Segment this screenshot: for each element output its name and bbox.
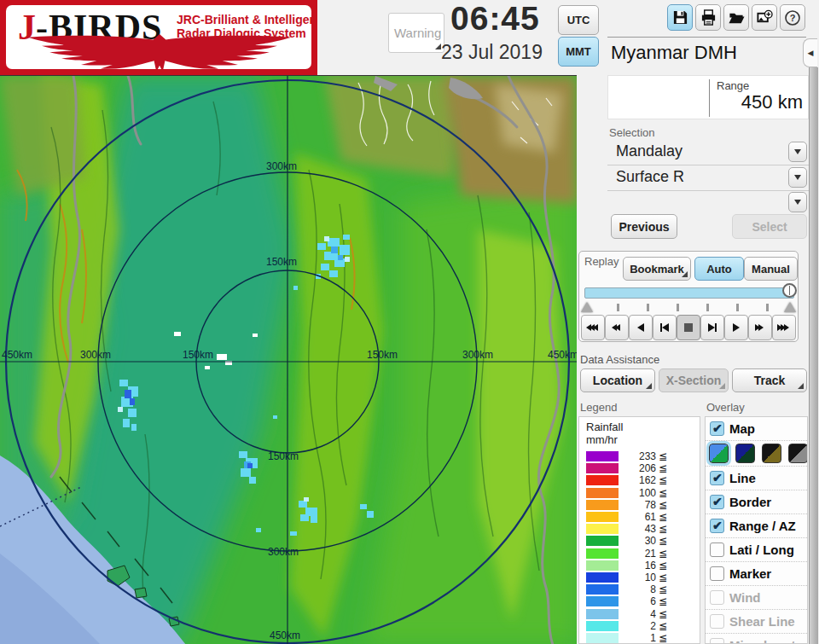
station-title: Myanmar DMH — [611, 42, 737, 64]
open-folder-icon — [728, 9, 745, 26]
map-style-swatch-terrain[interactable] — [709, 444, 729, 463]
replay-label: Replay — [584, 255, 619, 268]
panel-separator — [607, 37, 806, 38]
x-section-button[interactable]: X-Section — [659, 368, 729, 392]
open-folder-button[interactable] — [723, 4, 749, 31]
replay-slider-thumb[interactable] — [782, 283, 797, 298]
track-button[interactable]: Track — [732, 368, 807, 392]
border-checkbox[interactable] — [710, 495, 724, 509]
chevron-down-icon — [794, 200, 801, 205]
fastest-forward-button[interactable] — [772, 315, 796, 340]
level-dropdown-button[interactable] — [788, 192, 807, 212]
ring-label: 150km — [367, 349, 398, 361]
overlay-row-border[interactable]: Border — [706, 490, 807, 514]
play-icon — [733, 323, 740, 332]
auto-button[interactable]: Auto — [694, 257, 744, 281]
overlay-row-map[interactable]: Map — [706, 417, 807, 441]
ring-label: 450km — [270, 629, 300, 641]
overlay-row-shear-line: Shear Line — [706, 610, 807, 634]
map-style-swatch-gray[interactable] — [788, 444, 808, 463]
location-button[interactable]: Location — [580, 368, 655, 392]
microburst-checkbox — [710, 638, 724, 644]
legend-label: Legend — [580, 401, 617, 414]
legend-swatch — [586, 475, 619, 485]
range-box: Range 450 km — [607, 75, 809, 119]
ring-label: 450km — [2, 349, 32, 361]
overlay-row-lati-long[interactable]: Lati / Long — [706, 538, 807, 562]
ring-label: 300km — [80, 349, 111, 361]
bookmark-button[interactable]: Bookmark — [623, 257, 691, 281]
stop-button[interactable] — [677, 315, 700, 340]
legend-row: 30≦ — [579, 535, 700, 547]
legend-swatch — [586, 609, 619, 619]
fast-rewind-button[interactable] — [581, 315, 605, 340]
print-icon — [700, 9, 717, 26]
warning-button[interactable]: Warning — [388, 13, 444, 53]
legend-swatch — [586, 633, 619, 643]
replay-group: Replay Bookmark Auto Manual — [578, 251, 799, 342]
previous-button[interactable]: Previous — [611, 214, 677, 239]
marker-checkbox[interactable] — [710, 566, 724, 581]
product-dropdown-button[interactable] — [788, 167, 807, 188]
app-window: J-BIRDS JRC-Brilliant & Intelligent Rada… — [0, 0, 819, 644]
lati-long-checkbox[interactable] — [710, 542, 724, 557]
ring-label: 150km — [268, 450, 299, 462]
chevron-down-icon — [794, 149, 801, 154]
play-button[interactable] — [724, 315, 748, 340]
manual-button[interactable]: Manual — [744, 257, 798, 281]
replay-start-marker[interactable] — [581, 302, 593, 312]
fast-forward-button[interactable] — [748, 315, 772, 340]
rewind-button[interactable] — [605, 315, 629, 340]
legend-swatch — [586, 621, 619, 631]
selection-label: Selection — [609, 126, 654, 139]
legend-box: Rainfall mm/hr 233≦ 206≦ 162≦ 100≦ 78≦ 6… — [578, 416, 700, 644]
site-dropdown-button[interactable] — [788, 142, 807, 162]
map-style-row — [706, 441, 807, 467]
radar-map[interactable]: 450km 300km 150km 150km 300km 450km 300k… — [0, 75, 577, 644]
product-dropdown[interactable]: Surface R — [607, 165, 809, 191]
reverse-play-icon — [637, 323, 644, 332]
jbirds-logo: J-BIRDS JRC-Brilliant & Intelligent Rada… — [6, 5, 311, 69]
step-forward-button[interactable] — [700, 315, 724, 340]
ring-label: 450km — [548, 349, 577, 361]
overlay-row-line[interactable]: Line — [706, 467, 807, 490]
replay-tick — [677, 304, 679, 311]
panel-scrollbar[interactable] — [809, 67, 818, 644]
mmt-button[interactable]: MMT — [558, 37, 599, 67]
help-icon: ? — [784, 9, 801, 26]
range-divider — [709, 79, 710, 117]
replay-end-marker[interactable] — [784, 302, 796, 312]
legend-row: 8≦ — [579, 583, 700, 595]
site-dropdown[interactable]: Mandalay — [607, 140, 809, 165]
overlay-row-marker[interactable]: Marker — [706, 562, 807, 586]
legend-row: 78≦ — [579, 499, 700, 511]
svg-text:?: ? — [790, 13, 796, 23]
reverse-play-button[interactable] — [629, 315, 653, 340]
legend-row: 43≦ — [579, 523, 700, 535]
capture-add-button[interactable] — [752, 4, 777, 31]
map-style-swatch-dark[interactable] — [735, 444, 755, 463]
panel-collapse-handle[interactable]: ◀ — [803, 38, 817, 67]
step-back-button[interactable] — [653, 315, 677, 340]
help-button[interactable]: ? — [780, 4, 805, 31]
range-az-checkbox[interactable] — [710, 519, 724, 533]
map-checkbox[interactable] — [710, 421, 724, 436]
overlay-row-range-az[interactable]: Range / AZ — [706, 514, 807, 538]
select-button[interactable]: Select — [732, 214, 807, 239]
replay-slider[interactable] — [584, 287, 794, 299]
print-button[interactable] — [695, 4, 721, 31]
save-button[interactable] — [667, 4, 693, 31]
level-dropdown[interactable] — [607, 190, 809, 216]
legend-row: 6≦ — [579, 595, 700, 607]
map-style-swatch-olive[interactable] — [762, 444, 781, 463]
overlay-row-microburst: Microburst — [706, 634, 807, 644]
utc-button[interactable]: UTC — [558, 5, 599, 35]
range-label: Range — [717, 79, 749, 92]
step-forward-icon — [708, 323, 715, 332]
capture-add-icon — [756, 9, 773, 26]
line-checkbox[interactable] — [710, 471, 724, 485]
legend-swatch — [586, 548, 619, 559]
legend-swatch — [586, 463, 619, 473]
overlay-label: Overlay — [706, 401, 745, 414]
legend-row: 233≦ — [579, 450, 700, 462]
